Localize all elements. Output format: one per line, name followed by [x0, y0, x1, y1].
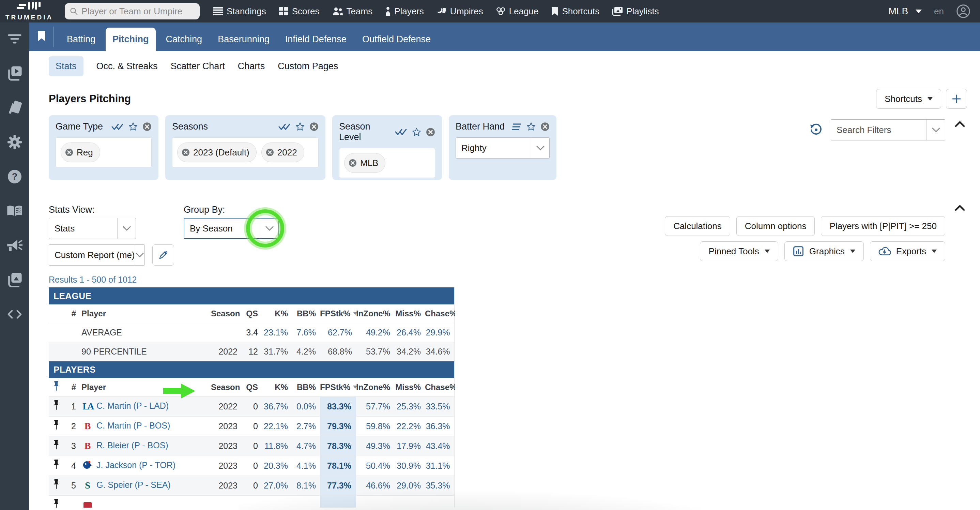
nav-playlists[interactable]: Playlists	[612, 6, 659, 17]
star-icon[interactable]	[296, 122, 305, 131]
nav-teams[interactable]: Teams	[332, 6, 373, 17]
star-icon[interactable]	[527, 122, 536, 131]
nav-players[interactable]: Players	[385, 6, 424, 17]
tab-charts[interactable]: Charts	[238, 61, 265, 72]
col-player[interactable]: Player	[78, 378, 211, 397]
col-fpstk-pct[interactable]: FPStk%	[320, 304, 356, 323]
col-player[interactable]: Player	[78, 304, 211, 323]
trumedia-logo[interactable]: TRUMEDIA	[0, 2, 59, 21]
graphics-dropdown[interactable]: Graphics	[784, 241, 864, 261]
bookmark-icon[interactable]	[38, 31, 46, 43]
add-page-button[interactable]	[946, 89, 967, 109]
col-fpstk-pct[interactable]: FPStk%	[320, 378, 356, 397]
col-bb-pct[interactable]: BB%	[292, 378, 320, 397]
player-link[interactable]: J. Jackson (P - TOR)	[96, 460, 175, 470]
player-link[interactable]: C. Martin (P - LAD)	[96, 401, 169, 410]
col-k-pct[interactable]: K%	[262, 378, 292, 397]
collapse-filters-chevron[interactable]	[955, 121, 965, 129]
col-qs[interactable]: QS	[242, 378, 262, 397]
star-icon[interactable]	[412, 128, 421, 137]
edit-report-button[interactable]	[152, 244, 174, 266]
batter-hand-select[interactable]: Righty	[456, 137, 550, 159]
pin-icon[interactable]	[49, 476, 64, 495]
col-miss-pct[interactable]: Miss%	[394, 304, 425, 323]
col-number[interactable]: #	[64, 378, 78, 397]
remove-filter-icon[interactable]	[541, 122, 550, 131]
filter-icon[interactable]	[7, 31, 22, 46]
filter-chip[interactable]: MLB	[344, 153, 385, 173]
pinned-tools-dropdown[interactable]: Pinned Tools	[700, 241, 778, 261]
players-filter-button[interactable]: Players with [P|PIT] >= 250	[821, 216, 945, 236]
pin-icon[interactable]	[49, 416, 64, 436]
code-icon[interactable]	[7, 307, 22, 322]
double-check-icon[interactable]	[395, 128, 407, 135]
col-qs[interactable]: QS	[242, 304, 262, 323]
tab-baserunning[interactable]: Baserunning	[212, 28, 275, 51]
pin-icon[interactable]	[49, 436, 64, 456]
tab-batting[interactable]: Batting	[61, 28, 101, 51]
player-link[interactable]: R. Bleier (P - BOS)	[96, 440, 168, 450]
exports-dropdown[interactable]: Exports	[870, 241, 945, 261]
filter-chip[interactable]: 2023 (Default)	[177, 142, 256, 162]
search-filters-select[interactable]: Search Filters	[831, 120, 945, 140]
group-by-select[interactable]: By Season	[184, 218, 279, 239]
col-bb-pct[interactable]: BB%	[292, 304, 320, 323]
chip-remove-icon[interactable]	[65, 148, 73, 156]
stats-view-select[interactable]: Stats	[49, 218, 136, 239]
pin-icon[interactable]	[49, 397, 64, 416]
tab-outfield-defense[interactable]: Outfield Defense	[357, 28, 436, 51]
shortcuts-dropdown[interactable]: Shortcuts	[876, 89, 941, 109]
remove-filter-icon[interactable]	[426, 128, 435, 137]
cards-deck-icon[interactable]	[7, 100, 22, 115]
col-number[interactable]: #	[64, 304, 78, 323]
col-chase-pct[interactable]: Chase%	[425, 378, 454, 397]
nav-shortcuts[interactable]: Shortcuts	[551, 6, 600, 17]
chip-remove-icon[interactable]	[181, 148, 190, 156]
book-icon[interactable]	[7, 204, 22, 218]
remove-filter-icon[interactable]	[309, 122, 318, 131]
col-inzone-pct[interactable]: InZone%	[356, 304, 394, 323]
user-avatar-icon[interactable]	[956, 4, 970, 18]
tab-pitching[interactable]: Pitching	[106, 28, 156, 51]
nav-league[interactable]: League	[496, 6, 539, 17]
double-check-icon[interactable]	[278, 123, 291, 131]
nav-umpires[interactable]: Umpires	[437, 6, 483, 17]
tab-scatter-chart[interactable]: Scatter Chart	[171, 61, 225, 72]
double-check-icon[interactable]	[111, 123, 124, 131]
filter-chip[interactable]: Reg	[60, 142, 100, 162]
results-count[interactable]: Results 1 - 500 of 1012	[49, 274, 455, 285]
custom-report-select[interactable]: Custom Report (me)	[49, 244, 145, 266]
video-playlist-icon[interactable]	[7, 66, 22, 81]
star-icon[interactable]	[129, 122, 138, 131]
gear-icon[interactable]	[7, 135, 22, 150]
col-miss-pct[interactable]: Miss%	[394, 378, 425, 397]
tab-infield-defense[interactable]: Infield Defense	[280, 28, 352, 51]
col-season[interactable]: Season	[211, 378, 242, 397]
tab-catching[interactable]: Catching	[161, 28, 208, 51]
tab-custom-pages[interactable]: Custom Pages	[278, 61, 338, 72]
player-link[interactable]: G. Speier (P - SEA)	[96, 480, 171, 489]
calculations-button[interactable]: Calculations	[665, 216, 730, 236]
pin-icon[interactable]	[49, 456, 64, 476]
global-search[interactable]	[65, 3, 200, 19]
megaphone-icon[interactable]	[7, 238, 22, 253]
remove-filter-icon[interactable]	[142, 122, 152, 131]
chip-remove-icon[interactable]	[348, 159, 357, 167]
league-selector[interactable]: MLB	[889, 6, 922, 17]
filter-chip[interactable]: 2022	[261, 142, 304, 162]
player-link[interactable]: C. Martin (P - BOS)	[96, 421, 170, 430]
pin-column-icon[interactable]	[49, 378, 64, 397]
search-input[interactable]	[81, 6, 195, 17]
language-label[interactable]: en	[934, 6, 944, 17]
image-gallery-icon[interactable]	[7, 273, 22, 287]
list-lines-icon[interactable]	[511, 123, 522, 131]
collapse-controls-chevron[interactable]	[955, 204, 965, 212]
chip-remove-icon[interactable]	[266, 148, 274, 156]
history-icon[interactable]	[810, 123, 822, 136]
col-k-pct[interactable]: K%	[262, 304, 292, 323]
nav-standings[interactable]: Standings	[213, 6, 266, 17]
col-season[interactable]: Season	[211, 304, 242, 323]
col-chase-pct[interactable]: Chase%	[425, 304, 454, 323]
tab-stats[interactable]: Stats	[49, 56, 83, 76]
tab-occ-streaks[interactable]: Occ. & Streaks	[96, 61, 158, 72]
